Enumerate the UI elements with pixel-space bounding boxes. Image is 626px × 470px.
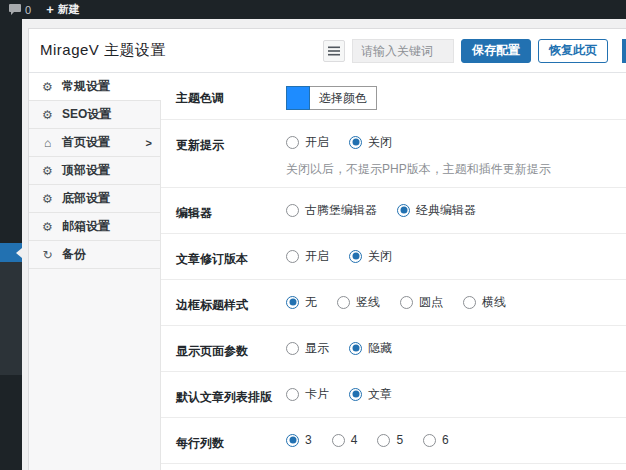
setting-control: 3 4 5 6 [286, 418, 459, 463]
save-config-button[interactable]: 保存配置 [461, 39, 531, 63]
setting-label: 主题色调 [176, 73, 286, 119]
radio-option-label: 显示 [305, 340, 329, 357]
toolbar: 保存配置 恢复此页 [323, 39, 620, 63]
setting-note: 关闭以后，不提示PHP版本，主题和插件更新提示 [286, 161, 551, 178]
radio-option[interactable]: 显示 [286, 340, 329, 357]
radio-icon [400, 296, 413, 309]
new-label: 新建 [58, 2, 80, 17]
settings-menu-item[interactable]: ⚙ SEO设置 [29, 101, 160, 129]
comment-bubble-icon [9, 4, 21, 15]
setting-control: 开启 关闭 [286, 234, 402, 279]
radio-option-label: 关闭 [368, 248, 392, 265]
radio-option[interactable]: 古腾堡编辑器 [286, 202, 377, 219]
radio-option[interactable]: 文章 [349, 386, 392, 403]
radio-option[interactable]: 3 [286, 433, 312, 447]
radio-option-label: 横线 [482, 294, 506, 311]
color-swatch[interactable] [286, 86, 310, 110]
new-content-menu[interactable]: + 新建 [41, 0, 85, 19]
radio-option[interactable]: 关闭 [349, 134, 392, 151]
radio-option[interactable]: 卡片 [286, 386, 329, 403]
settings-menu-item[interactable]: ⚙ 邮箱设置 [29, 213, 160, 241]
search-input[interactable] [352, 39, 454, 63]
settings-menu-item[interactable]: ⚙ 底部设置 [29, 185, 160, 213]
wp-sidebar-active-item[interactable] [0, 243, 22, 262]
setting-control: 选择颜色 [286, 73, 387, 119]
setting-control: 卡片 文章 [286, 372, 402, 417]
radio-option-label: 圆点 [419, 294, 443, 311]
radio-group: 开启 关闭 [286, 247, 392, 265]
setting-label: 文章修订版本 [176, 234, 286, 279]
theme-settings-card: MirageV 主题设置 保存配置 恢复此页 ⚙ 常规设置 ⚙ SEO设置 ⌂ … [28, 28, 626, 470]
radio-icon [332, 434, 345, 447]
setting-control: 开启 关闭 关闭以后，不提示PHP版本，主题和插件更新提示 [286, 120, 561, 187]
setting-label: 显示页面参数 [176, 326, 286, 371]
settings-menu-item[interactable]: ⚙ 常规设置 [29, 73, 161, 101]
restore-page-button[interactable]: 恢复此页 [538, 39, 608, 63]
gear-icon: ⚙ [41, 220, 54, 234]
setting-control: 无 竖线 圆点 横线 [286, 280, 516, 325]
setting-label: 编辑器 [176, 188, 286, 233]
settings-menu-item[interactable]: ⚙ 顶部设置 [29, 157, 160, 185]
settings-menu: ⚙ 常规设置 ⚙ SEO设置 ⌂ 首页设置 > ⚙ 顶部设置 ⚙ 底部设置 ⚙ … [29, 73, 161, 470]
setting-row: 边框标题样式 无 竖线 圆点 横线 [161, 280, 626, 326]
setting-row: 主题色调 选择颜色 [161, 73, 626, 120]
comments-menu[interactable]: 0 [4, 0, 36, 19]
cutoff-primary-button[interactable] [622, 39, 626, 63]
wp-sidebar [0, 19, 22, 470]
settings-menu-item[interactable]: ↻ 备份 [29, 241, 160, 269]
radio-icon [423, 434, 436, 447]
settings-menu-item[interactable]: ⌂ 首页设置 > [29, 129, 160, 157]
radio-option[interactable]: 6 [423, 433, 449, 447]
radio-option-label: 文章 [368, 386, 392, 403]
color-picker: 选择颜色 [286, 86, 377, 110]
gear-icon: ⚙ [41, 164, 54, 178]
admin-bar: 0 + 新建 [0, 0, 626, 19]
radio-option[interactable]: 关闭 [349, 248, 392, 265]
setting-row: 更新提示 开启 关闭 关闭以后，不提示PHP版本，主题和插件更新提示 [161, 120, 626, 188]
radio-option[interactable]: 圆点 [400, 294, 443, 311]
radio-option[interactable]: 开启 [286, 248, 329, 265]
radio-option[interactable]: 横线 [463, 294, 506, 311]
radio-option-label: 竖线 [356, 294, 380, 311]
choose-color-button[interactable]: 选择颜色 [310, 86, 377, 110]
hamburger-icon [328, 46, 340, 56]
radio-option-label: 古腾堡编辑器 [305, 202, 377, 219]
gear-icon: ⚙ [41, 192, 54, 206]
radio-option[interactable]: 无 [286, 294, 317, 311]
menu-toggle-button[interactable] [323, 40, 345, 62]
chevron-right-icon: > [146, 137, 152, 149]
menu-item-label: 备份 [62, 246, 86, 263]
radio-group: 卡片 文章 [286, 385, 392, 403]
gear-icon: ⚙ [41, 80, 54, 94]
radio-option-label: 开启 [305, 248, 329, 265]
radio-option[interactable]: 开启 [286, 134, 329, 151]
radio-icon [286, 204, 299, 217]
settings-rows: 主题色调 选择颜色 更新提示 开启 关闭 关闭以后，不提示PHP版本，主题和插件… [161, 73, 626, 470]
gear-icon: ⚙ [41, 108, 54, 122]
radio-option[interactable]: 经典编辑器 [397, 202, 476, 219]
radio-option-label: 开启 [305, 134, 329, 151]
radio-option-label: 6 [442, 433, 449, 447]
menu-item-label: SEO设置 [62, 106, 111, 123]
radio-group: 显示 隐藏 [286, 339, 392, 357]
radio-icon [397, 204, 410, 217]
card-header: MirageV 主题设置 保存配置 恢复此页 [29, 29, 626, 73]
radio-icon [286, 136, 299, 149]
plus-icon: + [46, 3, 54, 16]
radio-option-label: 4 [351, 433, 358, 447]
radio-icon [286, 388, 299, 401]
radio-icon [349, 136, 362, 149]
radio-icon [349, 342, 362, 355]
radio-option-label: 关闭 [368, 134, 392, 151]
wp-sidebar-submenu[interactable] [0, 262, 22, 375]
radio-option-label: 3 [305, 433, 312, 447]
radio-icon [286, 342, 299, 355]
menu-item-label: 常规设置 [62, 78, 110, 95]
radio-option[interactable]: 隐藏 [349, 340, 392, 357]
radio-option[interactable]: 4 [332, 433, 358, 447]
radio-option[interactable]: 竖线 [337, 294, 380, 311]
radio-icon [286, 296, 299, 309]
radio-option[interactable]: 5 [377, 433, 403, 447]
setting-row: 每行列数 3 4 5 6 [161, 418, 626, 464]
setting-row: 编辑器 古腾堡编辑器 经典编辑器 [161, 188, 626, 234]
